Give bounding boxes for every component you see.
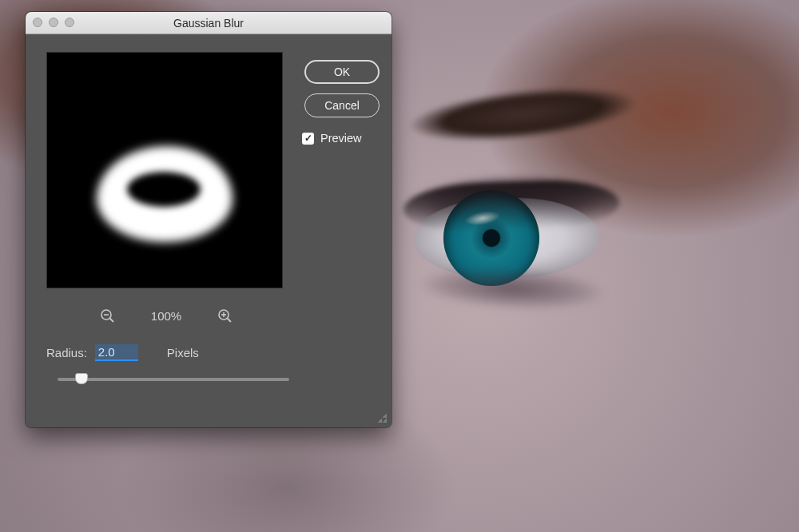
zoom-level-label: 100% bbox=[151, 309, 181, 323]
radius-unit-label: Pixels bbox=[167, 346, 199, 359]
svg-line-1 bbox=[110, 318, 114, 322]
cancel-button-label: Cancel bbox=[324, 99, 360, 112]
resize-grip-icon[interactable] bbox=[374, 410, 387, 423]
close-icon[interactable] bbox=[33, 18, 42, 27]
radius-label: Radius: bbox=[46, 346, 87, 359]
filter-preview-box[interactable] bbox=[46, 52, 283, 288]
radius-input[interactable] bbox=[95, 344, 138, 361]
dialog-titlebar[interactable]: Gaussian Blur bbox=[26, 12, 392, 34]
zoom-window-icon[interactable] bbox=[65, 18, 74, 27]
radius-slider-track[interactable] bbox=[58, 378, 289, 381]
minimize-icon[interactable] bbox=[49, 18, 58, 27]
dialog-title: Gaussian Blur bbox=[32, 17, 385, 30]
ok-button-label: OK bbox=[334, 66, 350, 78]
zoom-out-icon[interactable] bbox=[100, 308, 116, 324]
window-controls bbox=[33, 18, 74, 27]
svg-line-4 bbox=[227, 318, 231, 322]
gaussian-blur-dialog: Gaussian Blur OK Cancel ✓ Preview bbox=[26, 12, 392, 427]
cancel-button[interactable]: Cancel bbox=[304, 93, 380, 117]
checkbox-icon[interactable]: ✓ bbox=[302, 133, 314, 145]
preview-checkbox-label: Preview bbox=[320, 132, 362, 145]
zoom-in-icon[interactable] bbox=[217, 308, 233, 324]
preview-checkbox-row[interactable]: ✓ Preview bbox=[297, 132, 362, 145]
preview-mask-shape bbox=[97, 146, 233, 242]
radius-slider-thumb[interactable] bbox=[75, 373, 88, 384]
ok-button[interactable]: OK bbox=[304, 60, 380, 84]
